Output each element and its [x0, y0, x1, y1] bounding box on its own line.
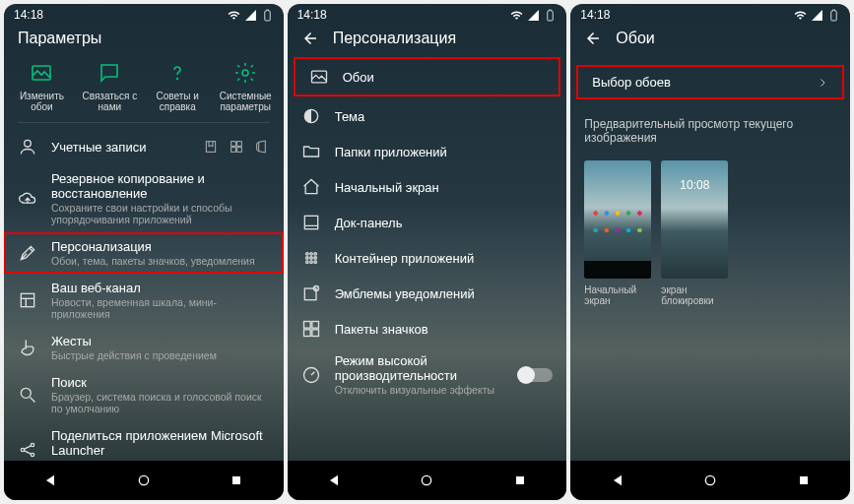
- row-label: Режим высокой производительности: [335, 353, 506, 383]
- wifi-icon: [794, 9, 807, 22]
- svg-point-25: [305, 253, 308, 256]
- row-label: Поделиться приложением Microsoft Launche…: [51, 428, 270, 458]
- phone-screen-wallpaper: 14:18 Обои Выбор обоев Предварительный п…: [570, 4, 850, 500]
- svg-point-1: [177, 79, 178, 80]
- row-personalization[interactable]: Персонализация Обои, тема, пакеты значко…: [4, 232, 284, 274]
- svg-point-3: [25, 140, 32, 147]
- row-dock[interactable]: Док-панель: [288, 205, 567, 240]
- image-icon: [30, 61, 53, 85]
- preview-section-title: Предварительный просмотр текущего изобра…: [570, 107, 850, 151]
- app-header: Параметры: [4, 24, 284, 57]
- row-label: Персонализация: [51, 239, 270, 254]
- svg-point-44: [705, 475, 714, 484]
- row-performance[interactable]: Режим высокой производительности Отключи…: [288, 346, 567, 403]
- tile-system-settings[interactable]: Системные параметры: [213, 61, 278, 112]
- nav-home-icon[interactable]: [419, 472, 434, 488]
- preview-lock[interactable]: экран блокировки: [661, 160, 728, 306]
- row-home-screen[interactable]: Начальный экран: [288, 169, 567, 205]
- row-wallpaper[interactable]: Обои: [294, 57, 561, 96]
- row-select-wallpaper[interactable]: Выбор обоев: [576, 65, 844, 99]
- nav-recent-icon[interactable]: [796, 472, 812, 488]
- row-label: Поиск: [51, 375, 270, 390]
- help-icon: [165, 61, 189, 85]
- gesture-icon: [18, 338, 37, 357]
- clock: 14:18: [580, 8, 610, 22]
- speed-icon: [301, 365, 321, 385]
- image-icon: [309, 67, 329, 87]
- svg-point-31: [305, 261, 308, 264]
- home-thumbnail: [584, 160, 651, 279]
- gear-icon: [233, 61, 257, 85]
- nav-back-icon[interactable]: [42, 472, 58, 488]
- folder-icon: [301, 142, 321, 161]
- office-icon: [254, 139, 270, 155]
- signal-icon: [527, 9, 540, 22]
- svg-point-28: [305, 257, 308, 260]
- grid-icon: [301, 248, 321, 268]
- nav-home-icon[interactable]: [136, 472, 152, 488]
- svg-point-16: [31, 453, 33, 456]
- row-app-drawer[interactable]: Контейнер приложений: [288, 240, 567, 276]
- nav-bar: [570, 461, 850, 500]
- tile-label: Советы и справка: [145, 91, 210, 112]
- row-feed[interactable]: Ваш веб-канал Новости, временная шкала, …: [4, 274, 284, 327]
- badge-icon: [301, 284, 321, 303]
- row-backup[interactable]: Резервное копирование и восстановление С…: [4, 164, 284, 232]
- svg-point-15: [31, 443, 33, 446]
- wifi-icon: [228, 9, 240, 22]
- row-label: Жесты: [51, 334, 270, 348]
- nav-recent-icon[interactable]: [512, 472, 528, 488]
- icons-icon: [301, 319, 321, 339]
- row-label: Контейнер приложений: [335, 251, 554, 266]
- svg-point-26: [309, 253, 312, 256]
- svg-rect-20: [232, 476, 240, 484]
- status-icons: [794, 9, 840, 22]
- status-bar: 14:18: [4, 4, 284, 24]
- windows-icon: [229, 139, 244, 155]
- row-sub: Быстрые действия с проведением: [51, 349, 270, 361]
- row-label: Резервное копирование и восстановление: [51, 171, 270, 201]
- feed-icon: [18, 290, 37, 310]
- svg-point-32: [309, 261, 312, 264]
- svg-point-30: [314, 257, 317, 260]
- row-search[interactable]: Поиск Браузер, система поиска и голосово…: [4, 368, 284, 421]
- svg-rect-7: [230, 148, 235, 153]
- phone-screen-personalization: 14:18 Персонализация Обои Тема Папки при…: [288, 4, 567, 500]
- row-gestures[interactable]: Жесты Быстрые действия с проведением: [4, 327, 284, 368]
- header-title: Параметры: [18, 30, 101, 47]
- nav-back-icon[interactable]: [610, 472, 625, 488]
- lock-thumbnail: [661, 160, 728, 279]
- tile-contact-us[interactable]: Связаться с нами: [77, 61, 142, 112]
- toggle-switch[interactable]: [519, 368, 553, 382]
- nav-back-icon[interactable]: [326, 472, 342, 488]
- svg-point-2: [242, 70, 248, 76]
- row-share[interactable]: Поделиться приложением Microsoft Launche…: [4, 421, 284, 461]
- back-arrow-icon[interactable]: [584, 30, 602, 47]
- home-icon: [301, 177, 321, 197]
- tile-label: Связаться с нами: [77, 91, 142, 112]
- row-app-folders[interactable]: Папки приложений: [288, 134, 567, 169]
- preview-home[interactable]: Начальный экран: [584, 160, 651, 306]
- nav-bar: [288, 461, 567, 500]
- row-accounts[interactable]: Учетные записи: [4, 129, 284, 164]
- search-icon: [18, 385, 37, 405]
- signal-icon: [811, 9, 823, 22]
- row-sub: Сохраните свои настройки и способы упоря…: [51, 202, 270, 225]
- svg-rect-43: [516, 476, 524, 484]
- svg-line-18: [25, 450, 32, 453]
- row-icon-packs[interactable]: Пакеты значков: [288, 311, 567, 346]
- tile-help[interactable]: Советы и справка: [145, 61, 210, 112]
- svg-point-12: [21, 388, 31, 398]
- share-icon: [18, 440, 37, 460]
- tile-label: Изменить обои: [9, 91, 74, 112]
- back-arrow-icon[interactable]: [301, 30, 319, 47]
- svg-rect-23: [304, 216, 317, 228]
- nav-recent-icon[interactable]: [229, 472, 244, 488]
- status-icons: [228, 9, 274, 22]
- row-sub: Поделитесь приложением с другом: [51, 459, 270, 461]
- nav-home-icon[interactable]: [702, 472, 718, 488]
- row-theme[interactable]: Тема: [288, 98, 567, 134]
- tile-change-wallpaper[interactable]: Изменить обои: [9, 61, 74, 112]
- row-label: Ваш веб-канал: [51, 281, 270, 295]
- row-badges[interactable]: Эмблемы уведомлений: [288, 276, 567, 311]
